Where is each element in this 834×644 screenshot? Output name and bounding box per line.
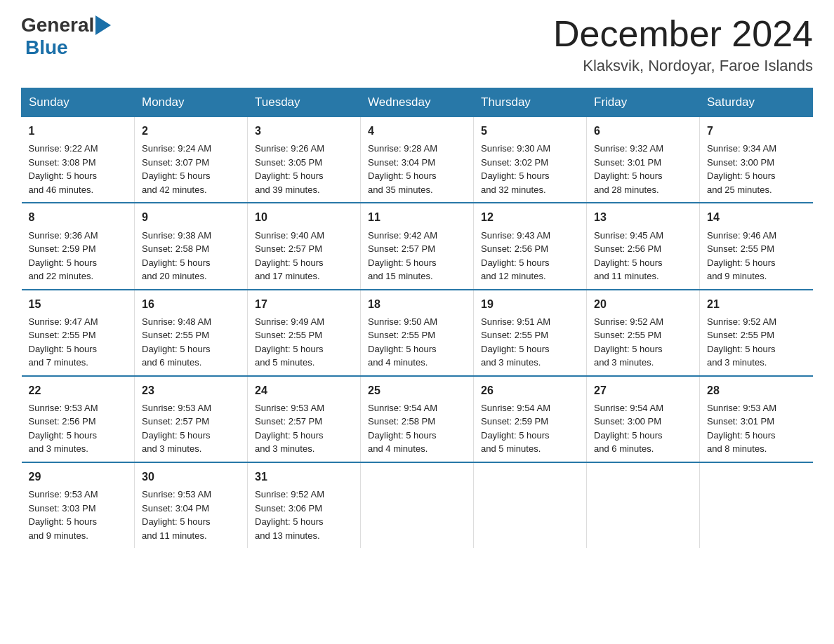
day-info: Sunrise: 9:53 AM Sunset: 2:57 PM Dayligh… xyxy=(142,401,240,456)
day-number: 8 xyxy=(29,209,128,225)
day-number: 6 xyxy=(594,123,692,139)
title-area: December 2024 Klaksvik, Nordoyar, Faroe … xyxy=(553,14,813,75)
day-info: Sunrise: 9:47 AM Sunset: 2:55 PM Dayligh… xyxy=(29,315,128,370)
calendar-cell: 23 Sunrise: 9:53 AM Sunset: 2:57 PM Dayl… xyxy=(135,376,248,462)
day-number: 18 xyxy=(368,296,466,312)
calendar-cell: 8 Sunrise: 9:36 AM Sunset: 2:59 PM Dayli… xyxy=(22,203,135,289)
day-info: Sunrise: 9:40 AM Sunset: 2:57 PM Dayligh… xyxy=(255,229,353,283)
logo: General Blue xyxy=(21,14,111,59)
day-number: 20 xyxy=(594,296,692,312)
calendar-cell xyxy=(587,462,700,548)
calendar-cell: 31 Sunrise: 9:52 AM Sunset: 3:06 PM Dayl… xyxy=(248,462,361,548)
page-header: General Blue December 2024 Klaksvik, Nor… xyxy=(21,14,813,75)
day-number: 15 xyxy=(29,296,128,312)
day-info: Sunrise: 9:22 AM Sunset: 3:08 PM Dayligh… xyxy=(29,142,128,196)
calendar-cell: 24 Sunrise: 9:53 AM Sunset: 2:57 PM Dayl… xyxy=(248,376,361,462)
svg-marker-0 xyxy=(95,15,111,35)
header-row: Sunday Monday Tuesday Wednesday Thursday… xyxy=(22,88,813,117)
day-info: Sunrise: 9:28 AM Sunset: 3:04 PM Dayligh… xyxy=(368,142,466,196)
day-info: Sunrise: 9:42 AM Sunset: 2:57 PM Dayligh… xyxy=(368,229,466,283)
day-number: 14 xyxy=(707,209,806,225)
calendar-cell: 28 Sunrise: 9:53 AM Sunset: 3:01 PM Dayl… xyxy=(700,376,813,462)
day-number: 5 xyxy=(481,123,579,139)
day-number: 26 xyxy=(481,382,579,398)
day-number: 29 xyxy=(29,469,128,485)
day-number: 23 xyxy=(142,382,240,398)
col-friday: Friday xyxy=(587,88,700,117)
calendar-cell xyxy=(700,462,813,548)
day-number: 1 xyxy=(29,123,128,139)
calendar-cell: 19 Sunrise: 9:51 AM Sunset: 2:55 PM Dayl… xyxy=(474,290,587,376)
day-number: 21 xyxy=(707,296,806,312)
calendar-cell: 1 Sunrise: 9:22 AM Sunset: 3:08 PM Dayli… xyxy=(22,117,135,203)
calendar-cell: 10 Sunrise: 9:40 AM Sunset: 2:57 PM Dayl… xyxy=(248,203,361,289)
calendar-week-5: 29 Sunrise: 9:53 AM Sunset: 3:03 PM Dayl… xyxy=(22,462,813,548)
calendar-cell: 20 Sunrise: 9:52 AM Sunset: 2:55 PM Dayl… xyxy=(587,290,700,376)
calendar-cell: 12 Sunrise: 9:43 AM Sunset: 2:56 PM Dayl… xyxy=(474,203,587,289)
day-number: 25 xyxy=(368,382,466,398)
day-number: 3 xyxy=(255,123,353,139)
location-subtitle: Klaksvik, Nordoyar, Faroe Islands xyxy=(553,57,813,75)
calendar-week-3: 15 Sunrise: 9:47 AM Sunset: 2:55 PM Dayl… xyxy=(22,290,813,376)
calendar-cell: 4 Sunrise: 9:28 AM Sunset: 3:04 PM Dayli… xyxy=(361,117,474,203)
day-info: Sunrise: 9:52 AM Sunset: 2:55 PM Dayligh… xyxy=(594,315,692,370)
col-thursday: Thursday xyxy=(474,88,587,117)
day-info: Sunrise: 9:52 AM Sunset: 3:06 PM Dayligh… xyxy=(255,488,353,542)
day-info: Sunrise: 9:53 AM Sunset: 3:03 PM Dayligh… xyxy=(29,488,128,542)
day-info: Sunrise: 9:26 AM Sunset: 3:05 PM Dayligh… xyxy=(255,142,353,196)
day-number: 10 xyxy=(255,209,353,225)
calendar-cell: 9 Sunrise: 9:38 AM Sunset: 2:58 PM Dayli… xyxy=(135,203,248,289)
day-number: 12 xyxy=(481,209,579,225)
day-number: 17 xyxy=(255,296,353,312)
day-info: Sunrise: 9:46 AM Sunset: 2:55 PM Dayligh… xyxy=(707,229,806,283)
day-info: Sunrise: 9:38 AM Sunset: 2:58 PM Dayligh… xyxy=(142,229,240,283)
calendar-table: Sunday Monday Tuesday Wednesday Thursday… xyxy=(21,88,813,548)
day-number: 4 xyxy=(368,123,466,139)
day-info: Sunrise: 9:50 AM Sunset: 2:55 PM Dayligh… xyxy=(368,315,466,370)
calendar-cell: 16 Sunrise: 9:48 AM Sunset: 2:55 PM Dayl… xyxy=(135,290,248,376)
day-number: 31 xyxy=(255,469,353,485)
day-info: Sunrise: 9:45 AM Sunset: 2:56 PM Dayligh… xyxy=(594,229,692,283)
day-number: 27 xyxy=(594,382,692,398)
calendar-cell: 22 Sunrise: 9:53 AM Sunset: 2:56 PM Dayl… xyxy=(22,376,135,462)
day-number: 19 xyxy=(481,296,579,312)
day-info: Sunrise: 9:54 AM Sunset: 2:59 PM Dayligh… xyxy=(481,401,579,456)
day-info: Sunrise: 9:51 AM Sunset: 2:55 PM Dayligh… xyxy=(481,315,579,370)
day-number: 2 xyxy=(142,123,240,139)
day-info: Sunrise: 9:34 AM Sunset: 3:00 PM Dayligh… xyxy=(707,142,806,196)
calendar-cell: 21 Sunrise: 9:52 AM Sunset: 2:55 PM Dayl… xyxy=(700,290,813,376)
day-info: Sunrise: 9:30 AM Sunset: 3:02 PM Dayligh… xyxy=(481,142,579,196)
calendar-week-4: 22 Sunrise: 9:53 AM Sunset: 2:56 PM Dayl… xyxy=(22,376,813,462)
logo-blue-text: Blue xyxy=(25,36,68,58)
col-monday: Monday xyxy=(135,88,248,117)
day-number: 7 xyxy=(707,123,806,139)
month-title: December 2024 xyxy=(553,14,813,54)
calendar-cell xyxy=(474,462,587,548)
calendar-cell: 17 Sunrise: 9:49 AM Sunset: 2:55 PM Dayl… xyxy=(248,290,361,376)
calendar-cell: 2 Sunrise: 9:24 AM Sunset: 3:07 PM Dayli… xyxy=(135,117,248,203)
calendar-cell xyxy=(361,462,474,548)
calendar-cell: 30 Sunrise: 9:53 AM Sunset: 3:04 PM Dayl… xyxy=(135,462,248,548)
day-number: 11 xyxy=(368,209,466,225)
day-info: Sunrise: 9:24 AM Sunset: 3:07 PM Dayligh… xyxy=(142,142,240,196)
calendar-cell: 14 Sunrise: 9:46 AM Sunset: 2:55 PM Dayl… xyxy=(700,203,813,289)
calendar-cell: 25 Sunrise: 9:54 AM Sunset: 2:58 PM Dayl… xyxy=(361,376,474,462)
day-info: Sunrise: 9:53 AM Sunset: 3:01 PM Dayligh… xyxy=(707,401,806,456)
day-number: 13 xyxy=(594,209,692,225)
calendar-week-1: 1 Sunrise: 9:22 AM Sunset: 3:08 PM Dayli… xyxy=(22,117,813,203)
day-info: Sunrise: 9:32 AM Sunset: 3:01 PM Dayligh… xyxy=(594,142,692,196)
calendar-cell: 29 Sunrise: 9:53 AM Sunset: 3:03 PM Dayl… xyxy=(22,462,135,548)
col-saturday: Saturday xyxy=(700,88,813,117)
calendar-week-2: 8 Sunrise: 9:36 AM Sunset: 2:59 PM Dayli… xyxy=(22,203,813,289)
day-number: 9 xyxy=(142,209,240,225)
logo-arrow-icon xyxy=(95,15,111,35)
calendar-cell: 13 Sunrise: 9:45 AM Sunset: 2:56 PM Dayl… xyxy=(587,203,700,289)
calendar-cell: 5 Sunrise: 9:30 AM Sunset: 3:02 PM Dayli… xyxy=(474,117,587,203)
day-info: Sunrise: 9:53 AM Sunset: 2:57 PM Dayligh… xyxy=(255,401,353,456)
day-info: Sunrise: 9:49 AM Sunset: 2:55 PM Dayligh… xyxy=(255,315,353,370)
day-number: 16 xyxy=(142,296,240,312)
day-number: 28 xyxy=(707,382,806,398)
day-number: 22 xyxy=(29,382,128,398)
day-info: Sunrise: 9:53 AM Sunset: 3:04 PM Dayligh… xyxy=(142,488,240,542)
day-info: Sunrise: 9:52 AM Sunset: 2:55 PM Dayligh… xyxy=(707,315,806,370)
